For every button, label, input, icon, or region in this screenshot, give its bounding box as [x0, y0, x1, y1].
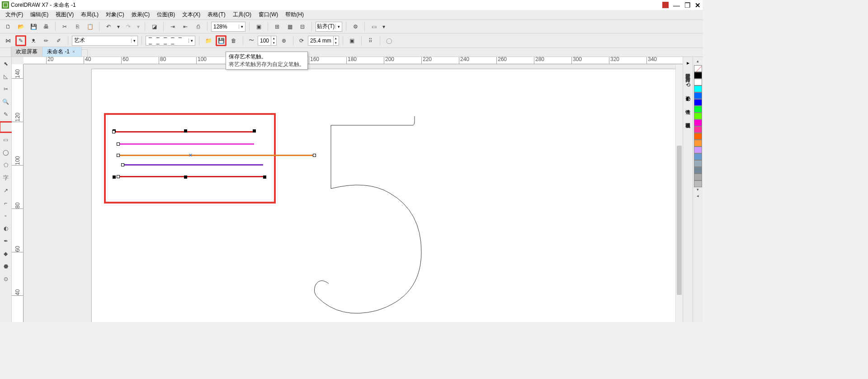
- artistic-stroke[interactable]: [118, 176, 263, 177]
- smart-fill-tool-icon[interactable]: ⬣: [1, 261, 11, 271]
- menu-table[interactable]: 表格(T): [204, 10, 229, 19]
- docker-view-manager[interactable]: 视图管理器: [684, 118, 691, 120]
- selection-handle[interactable]: [263, 175, 266, 179]
- open-icon[interactable]: 📂: [15, 21, 26, 32]
- palette-scroll-down-icon[interactable]: ▾: [697, 187, 699, 194]
- menu-text[interactable]: 文本(X): [179, 10, 204, 19]
- tab-new-button[interactable]: [81, 49, 88, 57]
- scrollbar-thumb[interactable]: [677, 146, 682, 295]
- user-indicator-icon[interactable]: [662, 2, 669, 8]
- sprayer-icon[interactable]: ᴥ: [28, 35, 39, 46]
- freehand-smoothing-icon[interactable]: 〜: [247, 35, 256, 46]
- node-handle[interactable]: [117, 142, 120, 146]
- color-swatch[interactable]: [694, 92, 702, 99]
- menu-tools[interactable]: 工具(O): [229, 10, 255, 19]
- color-swatch[interactable]: [694, 106, 702, 113]
- docker-align-distribute[interactable]: 对齐与分布…: [684, 72, 691, 79]
- object-props-icon[interactable]: ◯: [384, 35, 395, 46]
- search-content-icon[interactable]: ◪: [149, 21, 160, 32]
- print-icon[interactable]: 🖶: [41, 21, 52, 32]
- menu-effects[interactable]: 效果(C): [128, 10, 154, 19]
- vertical-scrollbar[interactable]: [675, 64, 683, 322]
- node-handle[interactable]: [117, 154, 120, 157]
- zoom-input[interactable]: [212, 22, 239, 31]
- zoom-combo[interactable]: ▾: [211, 22, 245, 32]
- paste-icon[interactable]: 📋: [85, 21, 95, 32]
- stroke-pattern-combo[interactable]: — — — — — — — — — ▾: [146, 36, 195, 46]
- undo-dropdown[interactable]: ▾: [116, 21, 121, 32]
- docker-more-icon[interactable]: ⊕: [684, 122, 692, 130]
- color-swatch[interactable]: [694, 180, 702, 187]
- outline-tool-icon[interactable]: ⊙: [1, 274, 11, 284]
- freehand-tool-icon[interactable]: ✎: [1, 109, 11, 119]
- tab-document[interactable]: 未命名 -1×: [42, 47, 82, 57]
- stroke-category-input[interactable]: [72, 36, 131, 45]
- menu-bitmap[interactable]: 位图(B): [153, 10, 179, 19]
- text-tool-icon[interactable]: 字: [1, 173, 11, 183]
- menu-file[interactable]: 文件(F): [2, 10, 27, 19]
- bounding-icon[interactable]: ▣: [347, 35, 358, 46]
- save-icon[interactable]: 💾: [28, 21, 39, 32]
- docker-toggle-icon[interactable]: ▸: [684, 59, 692, 67]
- color-swatch[interactable]: [694, 167, 702, 174]
- docker-transform[interactable]: 变换: [684, 91, 691, 93]
- color-swatch[interactable]: [694, 119, 702, 126]
- color-swatch[interactable]: [694, 160, 702, 167]
- menu-window[interactable]: 窗口(W): [255, 10, 282, 19]
- parallel-dim-tool-icon[interactable]: ↗: [1, 185, 11, 195]
- connector-tool-icon[interactable]: ⌐: [1, 198, 11, 208]
- redo-icon[interactable]: ↷: [123, 21, 134, 32]
- node-handle[interactable]: [112, 130, 115, 133]
- launch-dropdown[interactable]: ▾: [381, 21, 387, 32]
- menu-layout[interactable]: 布局(L): [77, 10, 102, 19]
- new-doc-icon[interactable]: 🗋: [3, 21, 14, 32]
- menu-view[interactable]: 视图(V): [52, 10, 77, 19]
- minimize-button[interactable]: —: [673, 2, 680, 9]
- canvas[interactable]: ✕: [24, 64, 703, 322]
- tab-welcome[interactable]: 欢迎屏幕: [11, 47, 42, 57]
- width-icon[interactable]: ⟳: [297, 35, 306, 46]
- ellipse-tool-icon[interactable]: ◯: [1, 147, 11, 157]
- preset-icon[interactable]: ⋈: [3, 35, 14, 46]
- artistic-stroke[interactable]: [118, 155, 313, 156]
- selection-center-icon[interactable]: ✕: [188, 153, 193, 157]
- save-stroke-button[interactable]: 💾: [216, 35, 226, 46]
- polygon-tool-icon[interactable]: ⬠: [1, 160, 11, 170]
- fullscreen-preview-icon[interactable]: ▣: [253, 21, 264, 32]
- palette-scroll-up-icon[interactable]: ▴: [697, 59, 699, 65]
- snap-dropdown[interactable]: 贴齐(T)▾: [316, 22, 342, 32]
- cut-icon[interactable]: ✂: [59, 21, 70, 32]
- show-grid-icon[interactable]: ▦: [284, 21, 295, 32]
- menu-object[interactable]: 对象(C): [102, 10, 128, 19]
- color-swatch[interactable]: [694, 174, 702, 180]
- color-swatch[interactable]: [694, 147, 702, 153]
- swatch-none[interactable]: [694, 65, 702, 72]
- color-swatch[interactable]: [694, 126, 702, 133]
- brush-icon[interactable]: ✎: [15, 35, 26, 46]
- options-icon[interactable]: ⚙: [350, 21, 361, 32]
- color-swatch[interactable]: [694, 133, 702, 140]
- menu-edit[interactable]: 编辑(E): [27, 10, 52, 19]
- import-icon[interactable]: ⇥: [167, 21, 178, 32]
- redo-dropdown[interactable]: ▾: [136, 21, 141, 32]
- interactive-fill-tool-icon[interactable]: ◆: [1, 249, 11, 259]
- menu-help[interactable]: 帮助(H): [282, 10, 307, 19]
- node-handle[interactable]: [117, 175, 120, 178]
- docker-object-manager[interactable]: 对象管理器: [684, 69, 691, 71]
- transparency-tool-icon[interactable]: ◐: [1, 223, 11, 233]
- export-icon[interactable]: ⇤: [180, 21, 191, 32]
- color-swatch[interactable]: [694, 153, 702, 160]
- smoothing-spinner[interactable]: 100▴▾: [258, 36, 277, 46]
- selection-handle[interactable]: [184, 129, 187, 133]
- delete-stroke-icon[interactable]: 🗑: [228, 35, 239, 46]
- stroke-category-combo[interactable]: ▾: [72, 36, 138, 46]
- palette-flyout-icon[interactable]: ◂: [697, 194, 699, 200]
- zoom-tool-icon[interactable]: 🔍: [1, 97, 11, 107]
- close-button[interactable]: ✕: [695, 2, 701, 9]
- selection-handle[interactable]: [184, 175, 187, 179]
- path-five-shape[interactable]: [308, 116, 426, 315]
- ruler-vertical[interactable]: 140120100806040: [12, 64, 24, 322]
- browse-icon[interactable]: 📁: [203, 35, 214, 46]
- docker-lens-icon[interactable]: ◐: [684, 95, 692, 103]
- color-swatch[interactable]: [694, 113, 702, 119]
